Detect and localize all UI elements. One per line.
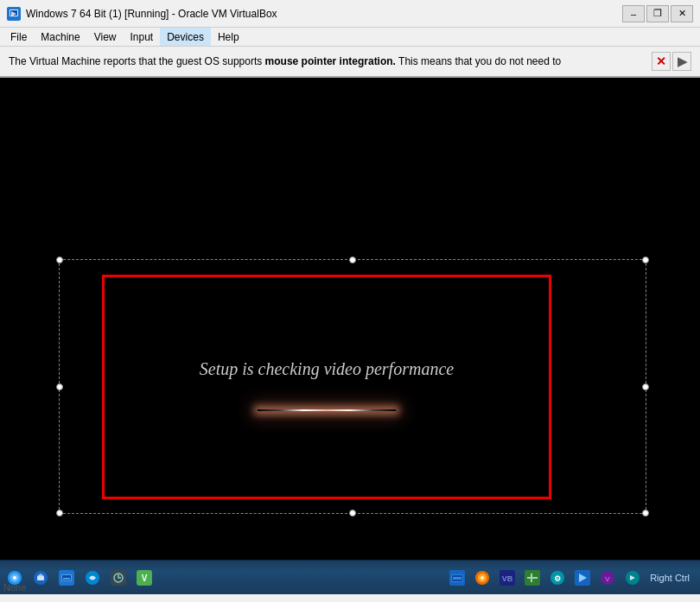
taskbar-icon-4[interactable] [81, 567, 104, 589]
handle-top-left[interactable] [56, 257, 63, 263]
taskbar-icon-12[interactable] [571, 567, 594, 589]
svg-point-25 [480, 576, 484, 580]
taskbar-icon-13[interactable]: V [596, 567, 619, 589]
handle-mid-left[interactable] [56, 383, 63, 390]
handle-mid-right[interactable] [642, 383, 649, 390]
window-controls: – ❐ ✕ [622, 5, 693, 22]
menu-file[interactable]: File [3, 28, 34, 46]
vm-window-content: Setup is checking video performance [102, 275, 551, 499]
glow-line [258, 409, 396, 411]
svg-text:VB: VB [502, 574, 513, 583]
light-glow [249, 405, 404, 415]
taskbar-icon-14[interactable] [621, 567, 644, 589]
menu-input[interactable]: Input [124, 28, 161, 46]
notification-controls: ✕ ▶ [652, 52, 691, 71]
notification-text: The Virtual Machine reports that the gue… [9, 55, 652, 67]
svg-rect-8 [37, 576, 44, 580]
handle-bot-left[interactable] [56, 510, 63, 516]
vm-screen[interactable]: Setup is checking video performance [0, 78, 700, 560]
notification-expand-button[interactable]: ▶ [672, 52, 691, 71]
menu-machine[interactable]: Machine [34, 28, 86, 46]
taskbar-icon-11[interactable]: ⚙ [546, 567, 569, 589]
svg-rect-13 [63, 578, 70, 580]
taskbar-icon-3[interactable] [55, 567, 78, 589]
app-icon [7, 7, 21, 21]
svg-rect-30 [531, 573, 532, 582]
handle-top-mid[interactable] [349, 257, 356, 263]
svg-text:⚙: ⚙ [554, 574, 561, 583]
handle-bot-right[interactable] [642, 510, 649, 516]
none-label: None [3, 582, 26, 592]
restore-button[interactable]: ❐ [646, 5, 669, 22]
setup-text: Setup is checking video performance [200, 359, 454, 379]
menu-devices[interactable]: Devices [160, 28, 211, 46]
notification-close-button[interactable]: ✕ [652, 52, 671, 71]
svg-text:V: V [605, 575, 610, 583]
svg-rect-22 [453, 577, 461, 580]
window-title: Windows 7 64 Bit (1) [Running] - Oracle … [26, 8, 622, 20]
svg-point-6 [13, 576, 16, 580]
taskbar: V VB ⚙ V Right Ctrl None [0, 560, 700, 594]
handle-bot-mid[interactable] [349, 510, 356, 516]
menu-view[interactable]: View [87, 28, 124, 46]
handle-top-right[interactable] [642, 257, 649, 263]
taskbar-icon-6[interactable]: V [133, 567, 156, 589]
taskbar-left: V [3, 567, 156, 589]
close-button[interactable]: ✕ [671, 5, 693, 22]
taskbar-icon-9[interactable]: VB [496, 567, 519, 589]
right-ctrl-label: Right Ctrl [646, 571, 693, 585]
menu-bar: File Machine View Input Devices Help [0, 28, 700, 47]
taskbar-right: VB ⚙ V Right Ctrl [446, 567, 697, 589]
notification-bar: The Virtual Machine reports that the gue… [0, 47, 700, 78]
taskbar-icon-10[interactable] [521, 567, 544, 589]
taskbar-icon-7[interactable] [446, 567, 468, 589]
title-bar: Windows 7 64 Bit (1) [Running] - Oracle … [0, 0, 700, 28]
minimize-button[interactable]: – [622, 5, 645, 22]
svg-text:V: V [142, 573, 148, 583]
taskbar-icon-8[interactable] [471, 567, 493, 589]
menu-help[interactable]: Help [211, 28, 246, 46]
taskbar-icon-5[interactable] [107, 567, 130, 589]
taskbar-icon-2[interactable] [29, 567, 52, 589]
